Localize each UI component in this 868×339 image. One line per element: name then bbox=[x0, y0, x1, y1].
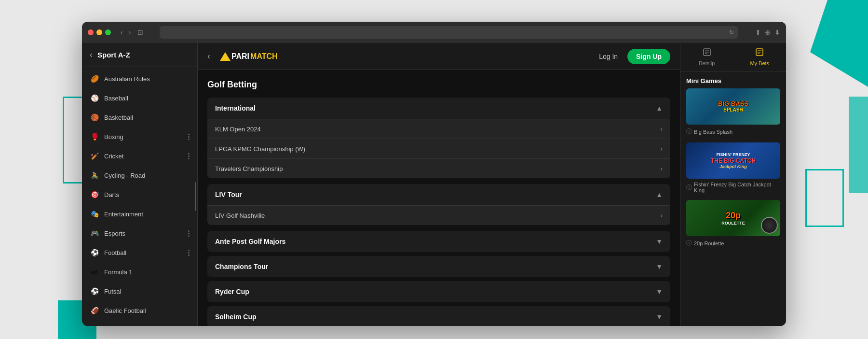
tournament-header-international[interactable]: International ▲ bbox=[207, 98, 670, 119]
bookmark-button[interactable]: ⊕ bbox=[765, 28, 771, 36]
tournament-header-liv[interactable]: LIV Tour ▲ bbox=[207, 184, 670, 205]
mini-game-card-bigbass[interactable]: BIG BASS SPLASH ⓘ Big Bass Splash bbox=[686, 88, 780, 136]
sport-name-0: Australian Rules bbox=[104, 75, 190, 83]
sport-dots-9 bbox=[188, 250, 190, 256]
sidebar-item-australian-rules[interactable]: 🏉Australian Rules bbox=[82, 69, 197, 88]
sport-icon-3: 🥊 bbox=[90, 132, 99, 141]
sidebar-sport-list[interactable]: 🏉Australian Rules⚾Baseball🏀Basketball🥊Bo… bbox=[82, 67, 197, 326]
sport-icon-5: 🚴 bbox=[90, 170, 99, 180]
game-fishin-sub: Jackpot King bbox=[711, 164, 756, 170]
browser-chrome: ‹ › ⊡ ↻ ⬆ ⊕ ⬇ bbox=[82, 22, 786, 43]
browser-nav: ‹ › ⊡ bbox=[119, 28, 146, 37]
betslip-tab[interactable]: Betslip bbox=[680, 43, 733, 71]
my-bets-tab-label: My Bets bbox=[750, 60, 769, 66]
arrow-icon: › bbox=[660, 145, 663, 153]
collapsed-ante-post[interactable]: Ante Post Golf Majors ▼ bbox=[207, 231, 670, 252]
sidebar-item-esports[interactable]: 🎮Esports bbox=[82, 224, 197, 243]
mini-games-list: BIG BASS SPLASH ⓘ Big Bass Splash FISHIN… bbox=[680, 88, 786, 326]
mini-game-name-roulette: ⓘ 20p Roulette bbox=[686, 239, 780, 247]
browser-content: ‹ Sport A-Z 🏉Australian Rules⚾Baseball🏀B… bbox=[82, 43, 786, 326]
sidebar-item-darts[interactable]: 🎯Darts bbox=[82, 185, 197, 204]
content-scroll[interactable]: Golf Betting International ▲ KLM Open 20… bbox=[198, 70, 680, 326]
game-title-text: BIG BASS bbox=[718, 100, 748, 107]
sport-icon-12: 🏈 bbox=[90, 306, 99, 315]
betslip-icon bbox=[703, 48, 711, 58]
tournament-group-title-liv: LIV Tour bbox=[215, 191, 242, 198]
back-nav-button[interactable]: ‹ bbox=[119, 28, 125, 37]
sidebar-item-cycling---road[interactable]: 🚴Cycling - Road bbox=[82, 166, 197, 185]
address-bar[interactable]: ↻ bbox=[160, 26, 738, 39]
bg-decoration-top-right bbox=[810, 0, 868, 87]
game-fishin-main: THE BIG CATCH bbox=[711, 157, 756, 164]
game-roulette-sub: ROULETTE bbox=[721, 221, 745, 226]
sport-icon-4: 🏏 bbox=[90, 151, 99, 161]
sport-icon-2: 🏀 bbox=[90, 113, 99, 122]
sport-icon-9: ⚽ bbox=[90, 248, 99, 257]
tournament-item-travelers[interactable]: Travelers Championship › bbox=[207, 158, 670, 178]
sidebar-title: Sport A-Z bbox=[97, 51, 130, 59]
sidebar-item-boxing[interactable]: 🥊Boxing bbox=[82, 127, 197, 146]
tournament-item-nashville[interactable]: LIV Golf Nashville › bbox=[207, 205, 670, 225]
chevron-down-icon-solheim: ▼ bbox=[656, 313, 663, 321]
mini-game-card-fishin[interactable]: FISHIN' FRENZY THE BIG CATCH Jackpot Kin… bbox=[686, 142, 780, 193]
sidebar-item-golf[interactable]: ⛳Golf bbox=[82, 320, 197, 326]
tournament-item-klm[interactable]: KLM Open 2024 › bbox=[207, 119, 670, 139]
sport-icon-13: ⛳ bbox=[90, 325, 99, 326]
sport-name-9: Football bbox=[104, 249, 183, 256]
sidebar-back-button[interactable]: ‹ bbox=[90, 50, 93, 60]
collapsed-title: Ante Post Golf Majors bbox=[215, 238, 285, 245]
collapsed-solheim[interactable]: Solheim Cup ▼ bbox=[207, 306, 670, 326]
sidebar-item-gaelic-football[interactable]: 🏈Gaelic Football bbox=[82, 301, 197, 320]
mini-game-card-roulette[interactable]: 20p ROULETTE ⓘ 20p Roulette bbox=[686, 200, 780, 247]
minimize-button[interactable] bbox=[96, 29, 102, 35]
sport-dots-4 bbox=[188, 153, 190, 159]
close-button[interactable] bbox=[88, 29, 94, 35]
browser-actions: ⬆ ⊕ ⬇ bbox=[755, 28, 780, 36]
collapsed-ryder[interactable]: Ryder Cup ▼ bbox=[207, 281, 670, 302]
mini-game-image-bigbass: BIG BASS SPLASH bbox=[686, 88, 780, 125]
tournament-group-title: International bbox=[215, 104, 256, 112]
chevron-down-icon: ▼ bbox=[656, 238, 663, 245]
sidebar-item-basketball[interactable]: 🏀Basketball bbox=[82, 108, 197, 127]
tournament-item-lpga[interactable]: LPGA KPMG Championship (W) › bbox=[207, 139, 670, 158]
share-button[interactable]: ⬆ bbox=[755, 28, 761, 36]
pm-back-button[interactable]: ‹ bbox=[207, 51, 210, 61]
tab-button[interactable]: ⊡ bbox=[135, 28, 146, 37]
collapsed-title-champions: Champions Tour bbox=[215, 263, 268, 270]
download-button[interactable]: ⬇ bbox=[774, 28, 780, 36]
sport-name-11: Futsal bbox=[104, 288, 190, 295]
logo-match: MATCH bbox=[250, 52, 278, 61]
browser-window: ‹ › ⊡ ↻ ⬆ ⊕ ⬇ ‹ Sport A-Z 🏉Australian Ru… bbox=[82, 22, 786, 326]
my-bets-tab[interactable]: My Bets bbox=[733, 43, 787, 71]
maximize-button[interactable] bbox=[105, 29, 111, 35]
forward-nav-button[interactable]: › bbox=[127, 28, 133, 37]
sidebar: ‹ Sport A-Z 🏉Australian Rules⚾Baseball🏀B… bbox=[82, 43, 198, 326]
collapsed-title-ryder: Ryder Cup bbox=[215, 288, 249, 296]
logo-icon bbox=[220, 51, 231, 62]
refresh-icon[interactable]: ↻ bbox=[729, 29, 734, 36]
sidebar-item-football[interactable]: ⚽Football bbox=[82, 243, 197, 262]
sidebar-item-entertainment[interactable]: 🎭Entertainment bbox=[82, 204, 197, 224]
sidebar-item-baseball[interactable]: ⚾Baseball bbox=[82, 88, 197, 108]
chevron-up-icon: ▲ bbox=[656, 104, 663, 112]
my-bets-icon bbox=[755, 48, 764, 58]
tournament-name-nashville: LIV Golf Nashville bbox=[215, 212, 265, 219]
arrow-icon-nashville: › bbox=[660, 212, 663, 219]
chevron-up-icon-liv: ▲ bbox=[656, 191, 663, 198]
sidebar-item-cricket[interactable]: 🏏Cricket bbox=[82, 146, 197, 166]
sidebar-scroll-indicator bbox=[195, 182, 196, 211]
sport-icon-10: 🏎 bbox=[90, 267, 99, 277]
collapsed-title-solheim: Solheim Cup bbox=[215, 313, 257, 321]
svg-marker-0 bbox=[220, 52, 231, 61]
sidebar-item-futsal[interactable]: ⚽Futsal bbox=[82, 282, 197, 301]
sport-icon-11: ⚽ bbox=[90, 286, 99, 296]
sidebar-item-formula-1[interactable]: 🏎Formula 1 bbox=[82, 262, 197, 282]
parimatch-logo: PARIMATCH bbox=[220, 51, 278, 62]
signup-button[interactable]: Sign Up bbox=[627, 49, 670, 64]
sport-name-1: Baseball bbox=[104, 95, 190, 102]
login-button[interactable]: Log In bbox=[599, 53, 618, 60]
sport-icon-6: 🎯 bbox=[90, 190, 99, 199]
collapsed-champions[interactable]: Champions Tour ▼ bbox=[207, 256, 670, 277]
sport-dots-3 bbox=[188, 134, 190, 140]
game-fishin-top: FISHIN' FRENZY bbox=[711, 152, 756, 157]
